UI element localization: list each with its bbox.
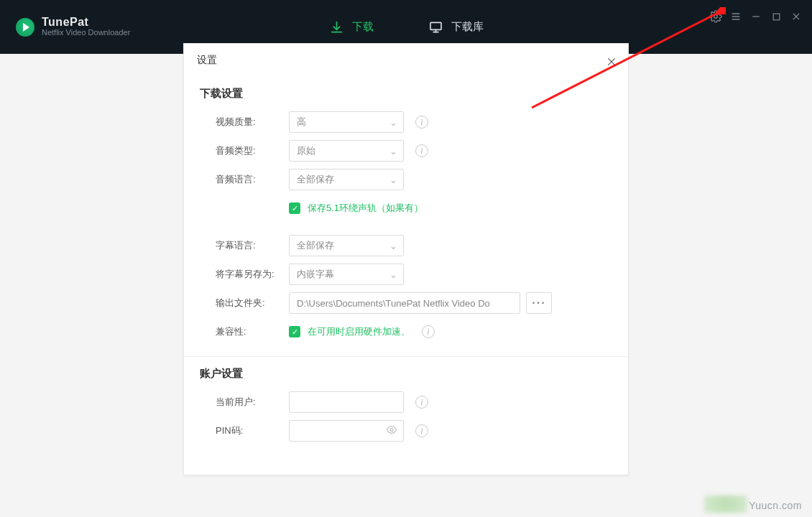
section-download-title: 下载设置 xyxy=(184,77,628,108)
modal-header: 设置 xyxy=(184,44,628,77)
section-account-title: 账户设置 xyxy=(184,357,628,388)
download-settings-form: 视频质量: 高 ⌄ i 音频类型: 原始 ⌄ i 音频语言: 全部保存 ⌄ xyxy=(184,108,628,346)
info-icon[interactable]: i xyxy=(415,116,428,129)
chevron-down-icon: ⌄ xyxy=(389,146,397,157)
info-icon[interactable]: i xyxy=(415,144,428,157)
checkbox-surround-label: 保存5.1环绕声轨（如果有） xyxy=(308,202,423,215)
label-video-quality: 视频质量: xyxy=(200,116,289,129)
chevron-down-icon: ⌄ xyxy=(389,117,397,128)
browse-button[interactable]: ··· xyxy=(526,292,552,314)
app-logo: TunePat Netflix Video Downloader xyxy=(16,17,130,37)
label-audio-lang: 音频语言: xyxy=(200,173,289,186)
select-video-quality-value: 高 xyxy=(297,116,306,129)
select-sub-lang-value: 全部保存 xyxy=(297,239,334,252)
label-current-user: 当前用户: xyxy=(200,396,289,409)
label-sub-lang: 字幕语言: xyxy=(200,239,289,252)
checkbox-surround[interactable]: ✓ xyxy=(289,202,300,214)
blurred-region xyxy=(704,495,747,513)
label-save-sub-as: 将字幕另存为: xyxy=(200,268,289,281)
info-icon[interactable]: i xyxy=(422,325,435,338)
select-audio-lang-value: 全部保存 xyxy=(297,173,334,186)
svg-point-11 xyxy=(390,429,393,432)
select-sub-lang[interactable]: 全部保存 ⌄ xyxy=(289,235,404,256)
current-user-input[interactable] xyxy=(289,391,404,413)
select-save-sub-as[interactable]: 内嵌字幕 ⌄ xyxy=(289,264,404,285)
select-video-quality[interactable]: 高 ⌄ xyxy=(289,111,404,133)
modal-close-button[interactable] xyxy=(602,52,621,71)
svg-rect-0 xyxy=(430,22,441,29)
select-audio-type-value: 原始 xyxy=(297,144,315,157)
watermark: Yuucn.com xyxy=(749,500,802,511)
account-settings-form: 当前用户: i PIN码: i xyxy=(184,388,628,445)
svg-point-1 xyxy=(714,15,718,19)
app-title: TunePat xyxy=(42,17,130,29)
window-controls xyxy=(706,0,806,54)
close-button[interactable] xyxy=(786,8,806,25)
modal-title: 设置 xyxy=(197,54,217,67)
info-icon[interactable]: i xyxy=(415,424,428,437)
output-folder-input[interactable]: D:\Users\Documents\TunePat Netflix Video… xyxy=(289,292,520,314)
label-output-folder: 输出文件夹: xyxy=(200,297,289,309)
app-subtitle: Netflix Video Downloader xyxy=(42,29,130,37)
settings-modal: 设置 下载设置 视频质量: 高 ⌄ i 音频类型: 原始 ⌄ i 音频语言: 全 xyxy=(183,43,629,475)
info-icon[interactable]: i xyxy=(415,396,428,409)
maximize-button[interactable] xyxy=(766,8,786,25)
label-audio-type: 音频类型: xyxy=(200,144,289,157)
download-icon xyxy=(329,19,345,35)
tab-download-label: 下载 xyxy=(352,20,374,34)
settings-button[interactable] xyxy=(706,8,726,25)
menu-button[interactable] xyxy=(726,8,746,25)
select-audio-lang[interactable]: 全部保存 ⌄ xyxy=(289,169,404,190)
chevron-down-icon: ⌄ xyxy=(389,269,397,280)
tab-library-label: 下载库 xyxy=(451,20,484,34)
library-icon xyxy=(428,19,444,35)
logo-text: TunePat Netflix Video Downloader xyxy=(42,17,130,37)
label-pin: PIN码: xyxy=(200,424,289,437)
select-save-sub-as-value: 内嵌字幕 xyxy=(297,268,334,281)
logo-icon xyxy=(16,18,34,37)
chevron-down-icon: ⌄ xyxy=(389,174,397,185)
select-audio-type[interactable]: 原始 ⌄ xyxy=(289,140,404,162)
checkbox-hwaccel[interactable]: ✓ xyxy=(289,326,300,337)
label-compatibility: 兼容性: xyxy=(200,325,289,338)
chevron-down-icon: ⌄ xyxy=(389,241,397,251)
checkbox-hwaccel-label: 在可用时启用硬件加速。 xyxy=(308,325,410,338)
minimize-button[interactable] xyxy=(746,8,766,25)
svg-rect-6 xyxy=(773,14,780,20)
output-folder-value: D:\Users\Documents\TunePat Netflix Video… xyxy=(297,298,490,309)
pin-input[interactable] xyxy=(289,420,404,442)
eye-icon[interactable] xyxy=(386,424,397,438)
